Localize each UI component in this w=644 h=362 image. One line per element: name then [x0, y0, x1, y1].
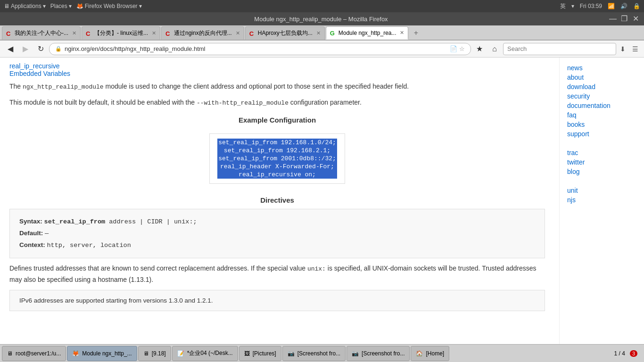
- download-icon[interactable]: ⬇: [618, 43, 627, 55]
- tab-icon-3: C: [165, 30, 172, 37]
- taskbar-pictures[interactable]: 🖼 [Pictures]: [239, 346, 281, 361]
- context-row: Context: http, server, location: [19, 239, 535, 251]
- sidebar-link-books[interactable]: books: [567, 121, 636, 128]
- link-real-ip-recursive[interactable]: real_ip_recursive: [9, 62, 60, 70]
- sidebar-link-unit[interactable]: unit: [567, 187, 636, 194]
- tab-close-5[interactable]: ✕: [400, 30, 404, 36]
- url-bar[interactable]: 🔒 nginx.org/en/docs/http/ngx_http_realip…: [49, 43, 471, 55]
- sidebar: newsaboutdownloadsecuritydocumentationfa…: [559, 58, 644, 344]
- tab-close-1[interactable]: ✕: [72, 30, 76, 36]
- context-value: http, server, location: [47, 242, 131, 249]
- close-button[interactable]: ✕: [632, 15, 639, 23]
- ff-label: Module ngx_http_...: [82, 350, 132, 357]
- sidebar-link-twitter[interactable]: twitter: [567, 158, 636, 166]
- paragraph-2: This module is not built by default, it …: [9, 97, 545, 108]
- taskbar-file[interactable]: 📝 *企业04 (~/Desk...: [172, 346, 238, 361]
- terminal2-label: [9.18]: [152, 350, 166, 357]
- taskbar-ss2[interactable]: 📷 [Screenshot fro...: [347, 346, 410, 361]
- sidebar-link-faq[interactable]: faq: [567, 111, 636, 119]
- minimize-button[interactable]: —: [609, 15, 617, 23]
- desc2-text: IPv6 addresses are supported starting fr…: [19, 297, 213, 304]
- ss1-icon: 📷: [288, 350, 295, 357]
- bookmark-star-button[interactable]: ★: [473, 42, 486, 56]
- syntax-label: Syntax:: [19, 218, 42, 225]
- link-embedded-variables[interactable]: Embedded Variables: [9, 70, 70, 77]
- paragraph-1: The ngx_http_realip_module module is use…: [9, 81, 545, 92]
- back-button[interactable]: ◀: [4, 42, 17, 56]
- taskbar-terminal2[interactable]: 🖥 [9.18]: [138, 346, 171, 361]
- sidebar-link-support[interactable]: support: [567, 130, 636, 138]
- taskbar-ss1[interactable]: 📷 [Screenshot fro...: [282, 346, 346, 361]
- para1-end: module is used to change the client addr…: [104, 82, 409, 90]
- code-line-4: real_ip_header X-Forwarded-For;: [217, 163, 337, 171]
- tab-5[interactable]: G Module ngx_http_rea... ✕: [326, 26, 409, 40]
- reader-mode-icon[interactable]: 📄: [450, 45, 457, 52]
- lang-arrow: ▾: [571, 3, 574, 9]
- home-taskbar-icon: 🏠: [416, 350, 423, 357]
- sidebar-link-news[interactable]: news: [567, 64, 636, 72]
- tab-close-2[interactable]: ✕: [152, 30, 156, 36]
- ss2-icon: 📷: [352, 350, 359, 357]
- reload-button[interactable]: ↻: [34, 42, 47, 56]
- sidebar-link-documentation[interactable]: documentation: [567, 102, 636, 109]
- places-arrow: ▾: [69, 3, 72, 9]
- tab-3[interactable]: C 通过nginx的反向代理... ✕: [161, 26, 244, 40]
- browser-menu[interactable]: 🦊 Firefox Web Browser ▾: [76, 3, 142, 9]
- taskbar-home[interactable]: 🏠 [Home]: [411, 346, 449, 361]
- code-line-3: set_real_ip_from 2001:0db8::/32;: [217, 155, 337, 163]
- applications-menu[interactable]: 🖥 Applications ▾: [4, 3, 46, 9]
- taskbar-terminal[interactable]: 🖥 root@server1:/u...: [2, 346, 66, 361]
- tab-1[interactable]: C 我的关注-个人中心-... ✕: [2, 26, 81, 40]
- unix-code: unix:: [307, 265, 326, 272]
- default-label: Default:: [19, 230, 43, 237]
- bookmark-icon[interactable]: ☆: [459, 45, 465, 52]
- ipv6-block: IPv6 addresses are supported starting fr…: [9, 290, 545, 311]
- tab-close-3[interactable]: ✕: [236, 30, 240, 36]
- applications-label: Applications: [11, 3, 41, 9]
- code-block: set_real_ip_from 192.168.1.0/24; set_rea…: [209, 133, 345, 184]
- home-button[interactable]: ⌂: [488, 42, 501, 56]
- clock: Fri 03:59: [580, 3, 602, 9]
- ss1-label: [Screenshot fro...: [297, 350, 340, 357]
- tab-4[interactable]: C HAproxy七层负载均... ✕: [245, 26, 325, 40]
- desc1-start: Defines trusted addresses that are known…: [9, 264, 307, 272]
- code-line-2: set_real_ip_from 192.168.2.1;: [217, 147, 337, 155]
- para1-start: The: [9, 82, 23, 90]
- taskbar-firefox[interactable]: 🦊 Module ngx_http_...: [67, 346, 137, 361]
- menu-button[interactable]: ☰: [630, 43, 640, 55]
- tab-close-4[interactable]: ✕: [316, 30, 321, 36]
- tab-icon-2: C: [86, 30, 92, 37]
- language-indicator: 英: [560, 2, 566, 10]
- sidebar-link-trac[interactable]: trac: [567, 149, 636, 156]
- places-label: Places: [50, 3, 67, 9]
- ff-icon: 🦊: [72, 350, 79, 357]
- restore-button[interactable]: ❐: [620, 15, 628, 23]
- new-tab-button[interactable]: +: [409, 26, 422, 40]
- statusbar: 🖥 root@server1:/u... 🦊 Module ngx_http_.…: [0, 344, 644, 362]
- sidebar-link-security[interactable]: security: [567, 92, 636, 100]
- tab-label-5: Module ngx_http_rea...: [339, 30, 396, 36]
- sidebar-link-njs[interactable]: njs: [567, 196, 636, 204]
- default-row: Default: —: [19, 228, 535, 239]
- tab-icon-5: G: [330, 30, 337, 36]
- window-title: Module ngx_http_realip_module – Mozilla …: [33, 16, 609, 23]
- search-input[interactable]: [503, 43, 616, 55]
- browser-arrow: ▾: [139, 3, 142, 9]
- sidebar-link-download[interactable]: download: [567, 83, 636, 90]
- ss2-label: [Screenshot fro...: [362, 350, 405, 357]
- pictures-label: [Pictures]: [253, 350, 276, 357]
- lock-icon: 🔒: [55, 46, 62, 52]
- syntax-row: Syntax: set_real_ip_from address | CIDR …: [19, 216, 535, 228]
- browser-label: Firefox Web Browser: [85, 3, 138, 9]
- code-line-1: set_real_ip_from 192.168.1.0/24;: [217, 139, 337, 147]
- sidebar-link-about[interactable]: about: [567, 74, 636, 81]
- param-code: --with-http_realip_module: [197, 99, 289, 107]
- para2-start: This module is not built by default, it …: [9, 99, 197, 106]
- tab-icon-1: C: [6, 30, 13, 37]
- sidebar-link-blog[interactable]: blog: [567, 168, 636, 175]
- places-menu[interactable]: Places ▾: [50, 3, 72, 9]
- tab-2[interactable]: C 【分类】- linux运维... ✕: [82, 26, 160, 40]
- home-label: [Home]: [426, 350, 444, 357]
- tab-label-4: HAproxy七层负载均...: [258, 29, 313, 37]
- forward-button[interactable]: ▶: [19, 42, 32, 56]
